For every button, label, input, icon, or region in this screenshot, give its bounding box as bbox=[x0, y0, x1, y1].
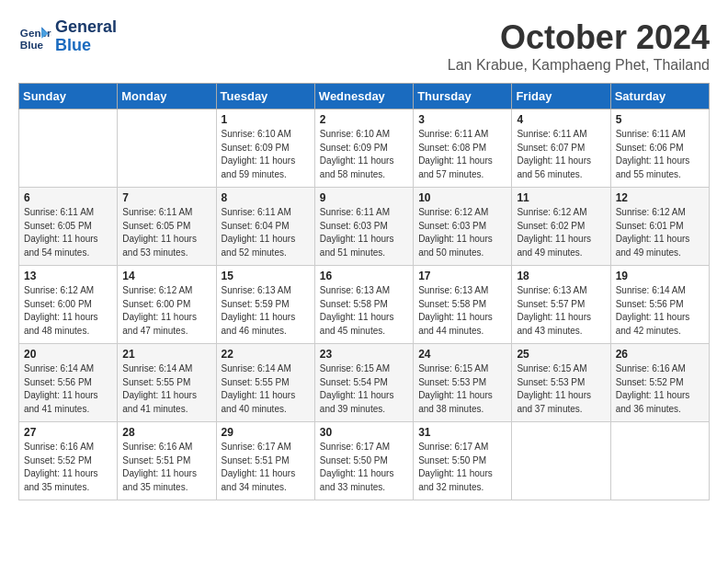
day-info: Sunrise: 6:14 AM Sunset: 5:55 PM Dayligh… bbox=[122, 362, 211, 416]
day-number: 9 bbox=[320, 191, 409, 204]
day-info: Sunrise: 6:17 AM Sunset: 5:51 PM Dayligh… bbox=[222, 441, 311, 494]
day-number: 13 bbox=[24, 270, 113, 282]
day-info: Sunrise: 6:11 AM Sunset: 6:08 PM Dayligh… bbox=[418, 128, 507, 181]
day-info: Sunrise: 6:16 AM Sunset: 5:52 PM Dayligh… bbox=[616, 362, 705, 416]
calendar-cell: 20Sunrise: 6:14 AM Sunset: 5:56 PM Dayli… bbox=[19, 344, 118, 422]
week-row-2: 6Sunrise: 6:11 AM Sunset: 6:05 PM Daylig… bbox=[19, 188, 710, 266]
calendar-cell: 4Sunrise: 6:11 AM Sunset: 6:07 PM Daylig… bbox=[512, 109, 610, 188]
calendar-cell: 31Sunrise: 6:17 AM Sunset: 5:50 PM Dayli… bbox=[414, 422, 512, 500]
day-info: Sunrise: 6:13 AM Sunset: 5:59 PM Dayligh… bbox=[222, 284, 311, 338]
calendar-cell bbox=[610, 422, 709, 500]
day-number: 1 bbox=[222, 113, 311, 126]
title-block: October 2024 Lan Krabue, Kamphaeng Phet,… bbox=[448, 18, 710, 74]
day-info: Sunrise: 6:13 AM Sunset: 5:58 PM Dayligh… bbox=[418, 284, 507, 338]
day-number: 19 bbox=[616, 270, 705, 282]
location-title: Lan Krabue, Kamphaeng Phet, Thailand bbox=[448, 57, 710, 74]
day-info: Sunrise: 6:13 AM Sunset: 5:57 PM Dayligh… bbox=[517, 284, 606, 338]
day-info: Sunrise: 6:14 AM Sunset: 5:55 PM Dayligh… bbox=[222, 362, 311, 416]
calendar-cell: 7Sunrise: 6:11 AM Sunset: 6:05 PM Daylig… bbox=[118, 188, 216, 266]
day-number: 6 bbox=[24, 191, 113, 204]
day-info: Sunrise: 6:12 AM Sunset: 6:03 PM Dayligh… bbox=[418, 206, 507, 259]
day-info: Sunrise: 6:17 AM Sunset: 5:50 PM Dayligh… bbox=[320, 441, 409, 494]
weekday-header-thursday: Thursday bbox=[414, 84, 512, 109]
calendar-cell: 8Sunrise: 6:11 AM Sunset: 6:04 PM Daylig… bbox=[216, 188, 314, 266]
day-number: 26 bbox=[616, 348, 705, 361]
day-number: 14 bbox=[122, 270, 211, 282]
day-number: 5 bbox=[616, 113, 705, 126]
day-info: Sunrise: 6:11 AM Sunset: 6:03 PM Dayligh… bbox=[320, 206, 409, 259]
day-info: Sunrise: 6:16 AM Sunset: 5:52 PM Dayligh… bbox=[24, 441, 113, 494]
calendar-cell: 24Sunrise: 6:15 AM Sunset: 5:53 PM Dayli… bbox=[414, 344, 512, 422]
week-row-5: 27Sunrise: 6:16 AM Sunset: 5:52 PM Dayli… bbox=[19, 422, 710, 500]
day-number: 31 bbox=[418, 426, 507, 439]
weekday-header-tuesday: Tuesday bbox=[216, 84, 314, 109]
calendar-cell: 6Sunrise: 6:11 AM Sunset: 6:05 PM Daylig… bbox=[19, 188, 118, 266]
day-number: 3 bbox=[418, 113, 507, 126]
day-info: Sunrise: 6:11 AM Sunset: 6:05 PM Dayligh… bbox=[122, 206, 211, 259]
calendar-cell: 14Sunrise: 6:12 AM Sunset: 6:00 PM Dayli… bbox=[118, 266, 216, 344]
svg-text:Blue: Blue bbox=[20, 38, 44, 50]
day-info: Sunrise: 6:13 AM Sunset: 5:58 PM Dayligh… bbox=[320, 284, 409, 338]
calendar-cell: 22Sunrise: 6:14 AM Sunset: 5:55 PM Dayli… bbox=[216, 344, 314, 422]
calendar-cell: 15Sunrise: 6:13 AM Sunset: 5:59 PM Dayli… bbox=[216, 266, 314, 344]
day-info: Sunrise: 6:10 AM Sunset: 6:09 PM Dayligh… bbox=[320, 128, 409, 181]
day-info: Sunrise: 6:17 AM Sunset: 5:50 PM Dayligh… bbox=[418, 441, 507, 494]
calendar-cell: 21Sunrise: 6:14 AM Sunset: 5:55 PM Dayli… bbox=[118, 344, 216, 422]
day-info: Sunrise: 6:15 AM Sunset: 5:53 PM Dayligh… bbox=[418, 362, 507, 416]
day-number: 27 bbox=[24, 426, 113, 439]
day-info: Sunrise: 6:14 AM Sunset: 5:56 PM Dayligh… bbox=[24, 362, 113, 416]
day-number: 2 bbox=[320, 113, 409, 126]
weekday-header-monday: Monday bbox=[118, 84, 216, 109]
calendar-cell: 27Sunrise: 6:16 AM Sunset: 5:52 PM Dayli… bbox=[19, 422, 118, 500]
weekday-header-friday: Friday bbox=[512, 84, 610, 109]
calendar-cell bbox=[19, 109, 118, 188]
week-row-4: 20Sunrise: 6:14 AM Sunset: 5:56 PM Dayli… bbox=[19, 344, 710, 422]
calendar-cell: 12Sunrise: 6:12 AM Sunset: 6:01 PM Dayli… bbox=[610, 188, 709, 266]
calendar-cell: 9Sunrise: 6:11 AM Sunset: 6:03 PM Daylig… bbox=[314, 188, 413, 266]
day-info: Sunrise: 6:11 AM Sunset: 6:04 PM Dayligh… bbox=[222, 206, 311, 259]
day-info: Sunrise: 6:11 AM Sunset: 6:07 PM Dayligh… bbox=[517, 128, 606, 181]
day-info: Sunrise: 6:14 AM Sunset: 5:56 PM Dayligh… bbox=[616, 284, 705, 338]
day-number: 8 bbox=[222, 191, 311, 204]
calendar-cell: 18Sunrise: 6:13 AM Sunset: 5:57 PM Dayli… bbox=[512, 266, 610, 344]
day-info: Sunrise: 6:15 AM Sunset: 5:53 PM Dayligh… bbox=[517, 362, 606, 416]
day-number: 17 bbox=[418, 270, 507, 282]
calendar-cell: 25Sunrise: 6:15 AM Sunset: 5:53 PM Dayli… bbox=[512, 344, 610, 422]
week-row-1: 1Sunrise: 6:10 AM Sunset: 6:09 PM Daylig… bbox=[19, 109, 710, 188]
calendar-cell bbox=[512, 422, 610, 500]
day-number: 4 bbox=[517, 113, 606, 126]
day-number: 12 bbox=[616, 191, 705, 204]
calendar-cell: 13Sunrise: 6:12 AM Sunset: 6:00 PM Dayli… bbox=[19, 266, 118, 344]
day-number: 21 bbox=[122, 348, 211, 361]
calendar-cell: 19Sunrise: 6:14 AM Sunset: 5:56 PM Dayli… bbox=[610, 266, 709, 344]
logo-blue: Blue bbox=[55, 37, 117, 55]
logo: General Blue General Blue bbox=[18, 18, 117, 55]
day-number: 11 bbox=[517, 191, 606, 204]
day-info: Sunrise: 6:12 AM Sunset: 6:00 PM Dayligh… bbox=[122, 284, 211, 338]
weekday-header-wednesday: Wednesday bbox=[314, 84, 413, 109]
day-number: 25 bbox=[517, 348, 606, 361]
day-info: Sunrise: 6:12 AM Sunset: 6:01 PM Dayligh… bbox=[616, 206, 705, 259]
day-info: Sunrise: 6:11 AM Sunset: 6:05 PM Dayligh… bbox=[24, 206, 113, 259]
day-number: 24 bbox=[418, 348, 507, 361]
week-row-3: 13Sunrise: 6:12 AM Sunset: 6:00 PM Dayli… bbox=[19, 266, 710, 344]
calendar-cell: 23Sunrise: 6:15 AM Sunset: 5:54 PM Dayli… bbox=[314, 344, 413, 422]
day-info: Sunrise: 6:10 AM Sunset: 6:09 PM Dayligh… bbox=[222, 128, 311, 181]
calendar-cell: 26Sunrise: 6:16 AM Sunset: 5:52 PM Dayli… bbox=[610, 344, 709, 422]
day-number: 20 bbox=[24, 348, 113, 361]
logo-general: General bbox=[55, 18, 117, 37]
day-info: Sunrise: 6:12 AM Sunset: 6:02 PM Dayligh… bbox=[517, 206, 606, 259]
calendar-table: SundayMondayTuesdayWednesdayThursdayFrid… bbox=[18, 83, 710, 500]
calendar-cell: 5Sunrise: 6:11 AM Sunset: 6:06 PM Daylig… bbox=[610, 109, 709, 188]
calendar-cell: 16Sunrise: 6:13 AM Sunset: 5:58 PM Dayli… bbox=[314, 266, 413, 344]
day-number: 30 bbox=[320, 426, 409, 439]
day-number: 15 bbox=[222, 270, 311, 282]
day-info: Sunrise: 6:11 AM Sunset: 6:06 PM Dayligh… bbox=[616, 128, 705, 181]
day-number: 18 bbox=[517, 270, 606, 282]
day-number: 16 bbox=[320, 270, 409, 282]
calendar-cell: 1Sunrise: 6:10 AM Sunset: 6:09 PM Daylig… bbox=[216, 109, 314, 188]
day-number: 10 bbox=[418, 191, 507, 204]
month-title: October 2024 bbox=[448, 18, 710, 57]
calendar-cell: 11Sunrise: 6:12 AM Sunset: 6:02 PM Dayli… bbox=[512, 188, 610, 266]
day-info: Sunrise: 6:16 AM Sunset: 5:51 PM Dayligh… bbox=[122, 441, 211, 494]
